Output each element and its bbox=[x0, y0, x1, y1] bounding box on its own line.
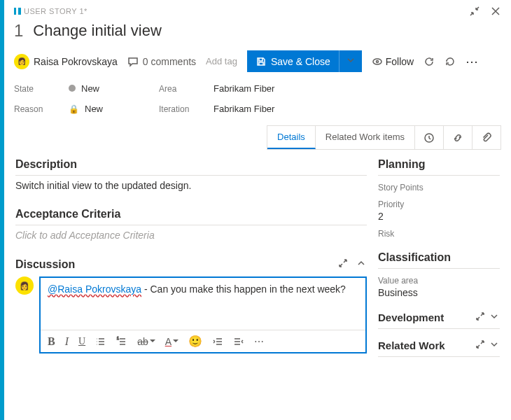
state-dot-icon bbox=[69, 85, 76, 92]
comments-count: 0 comments bbox=[143, 56, 196, 67]
area-value[interactable]: Fabrikam Fiber bbox=[214, 83, 274, 94]
tab-links-icon[interactable] bbox=[444, 126, 472, 149]
related-expand-icon[interactable] bbox=[475, 339, 486, 350]
related-work-heading: Related Work bbox=[378, 340, 445, 351]
area-label: Area bbox=[159, 84, 194, 94]
svg-point-1 bbox=[376, 60, 378, 62]
work-item-type-icon bbox=[14, 8, 21, 15]
tab-bar: Details Related Work items bbox=[267, 125, 501, 150]
tab-attachments-icon[interactable] bbox=[472, 126, 500, 149]
development-heading: Development bbox=[378, 312, 444, 323]
close-icon[interactable] bbox=[490, 6, 501, 17]
development-chevron-icon[interactable] bbox=[489, 311, 500, 322]
toolbar-more-icon[interactable]: ⋯ bbox=[254, 336, 264, 347]
bold-button[interactable]: B bbox=[48, 335, 55, 348]
lock-icon: 🔒 bbox=[69, 104, 79, 114]
value-area-label: Value area bbox=[378, 276, 500, 286]
reason-label: Reason bbox=[14, 104, 49, 114]
undo-icon[interactable] bbox=[444, 56, 456, 67]
indent-button[interactable] bbox=[233, 336, 244, 347]
development-expand-icon[interactable] bbox=[475, 311, 486, 322]
refresh-icon[interactable] bbox=[424, 56, 435, 67]
acceptance-heading: Acceptance Criteria bbox=[15, 208, 367, 225]
priority-value[interactable]: 2 bbox=[378, 211, 500, 222]
emoji-button[interactable]: 🙂 bbox=[188, 335, 202, 348]
comments-link[interactable]: 0 comments bbox=[127, 56, 196, 67]
outdent-button[interactable] bbox=[212, 336, 223, 347]
priority-label: Priority bbox=[378, 200, 500, 209]
follow-button[interactable]: Follow bbox=[372, 56, 414, 67]
save-icon bbox=[255, 56, 267, 67]
assignee-name: Raisa Pokrovskaya bbox=[34, 56, 118, 67]
state-value[interactable]: New bbox=[69, 83, 99, 94]
acceptance-placeholder[interactable]: Click to add Acceptance Criteria bbox=[15, 230, 367, 241]
svg-point-0 bbox=[373, 59, 382, 64]
discussion-input[interactable]: @Raisa Pokrovskaya - Can you make this h… bbox=[41, 278, 365, 330]
risk-label[interactable]: Risk bbox=[378, 229, 500, 239]
svg-text:1: 1 bbox=[117, 336, 119, 340]
tab-details[interactable]: Details bbox=[267, 126, 316, 149]
discussion-avatar: 👩 bbox=[15, 276, 34, 295]
eye-icon bbox=[372, 56, 383, 67]
work-item-title[interactable]: Change initial view bbox=[33, 22, 161, 40]
expand-icon[interactable] bbox=[337, 258, 349, 269]
save-dropdown-button[interactable] bbox=[339, 50, 362, 72]
highlight-button[interactable]: ab bbox=[137, 336, 155, 347]
discussion-heading: Discussion bbox=[15, 258, 75, 271]
story-points-label[interactable]: Story Points bbox=[378, 183, 500, 192]
chevron-down-icon bbox=[345, 55, 356, 66]
shrink-icon[interactable] bbox=[469, 6, 480, 17]
value-area-value[interactable]: Business bbox=[378, 287, 500, 298]
number-list-button[interactable]: 1 bbox=[116, 336, 127, 347]
bullet-list-button[interactable] bbox=[95, 336, 106, 347]
discussion-text: - Can you make this happen in the next w… bbox=[141, 284, 346, 295]
planning-heading: Planning bbox=[378, 158, 500, 176]
work-item-type-label: USER STORY 1* bbox=[24, 7, 88, 15]
underline-button[interactable]: U bbox=[78, 336, 85, 347]
save-close-button[interactable]: Save & Close bbox=[247, 50, 339, 72]
work-item-id: 1 bbox=[14, 21, 23, 41]
comment-icon bbox=[127, 56, 139, 67]
collapse-chevron-icon[interactable] bbox=[356, 258, 367, 269]
avatar: 👩 bbox=[14, 54, 29, 69]
reason-value[interactable]: 🔒New bbox=[69, 104, 103, 114]
font-color-button[interactable]: A bbox=[165, 336, 178, 347]
assignee-picker[interactable]: 👩 Raisa Pokrovskaya bbox=[14, 54, 118, 69]
mention[interactable]: @Raisa Pokrovskaya bbox=[48, 284, 141, 295]
description-heading: Description bbox=[15, 158, 367, 176]
discussion-editor[interactable]: @Raisa Pokrovskaya - Can you make this h… bbox=[39, 276, 367, 354]
related-chevron-icon[interactable] bbox=[489, 339, 500, 350]
description-body[interactable]: Switch initial view to the updated desig… bbox=[15, 180, 367, 191]
iteration-label: Iteration bbox=[159, 104, 194, 114]
tab-related-work-items[interactable]: Related Work items bbox=[316, 126, 415, 149]
add-tag-button[interactable]: Add tag bbox=[206, 56, 237, 66]
state-label: State bbox=[14, 84, 49, 94]
italic-button[interactable]: I bbox=[65, 335, 69, 348]
more-actions-icon[interactable]: ⋯ bbox=[465, 54, 479, 69]
rich-text-toolbar: B I U 1 ab A 🙂 ⋯ bbox=[41, 330, 365, 352]
iteration-value[interactable]: Fabrikam Fiber bbox=[214, 104, 274, 114]
tab-history-icon[interactable] bbox=[415, 126, 444, 149]
classification-heading: Classification bbox=[378, 251, 500, 269]
